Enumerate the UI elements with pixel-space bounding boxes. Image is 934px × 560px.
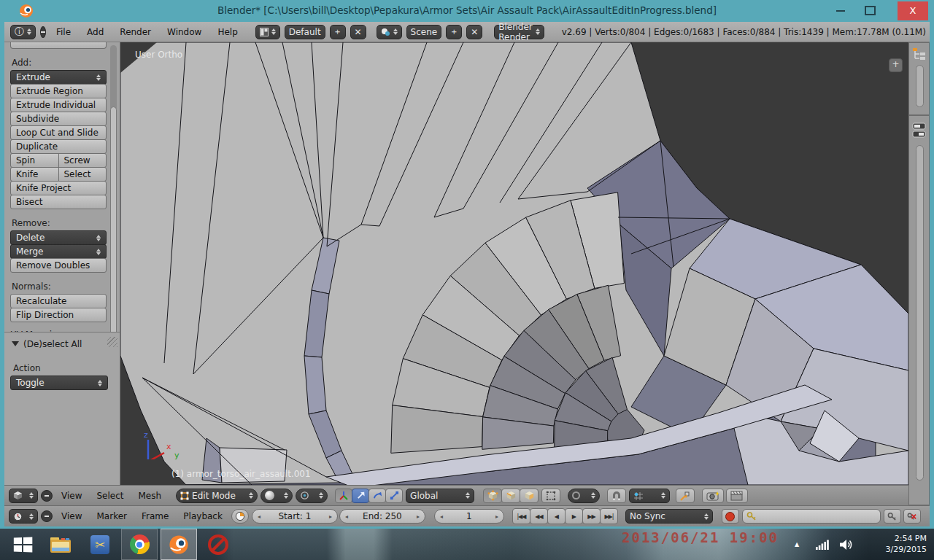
delete-keyframe-button[interactable] — [903, 509, 921, 524]
menu-add[interactable]: Add — [81, 27, 109, 37]
menu-view[interactable]: View — [55, 491, 88, 501]
auto-keyframe-record-button[interactable] — [722, 509, 739, 524]
tray-show-hidden-icons[interactable]: ▲ — [790, 529, 804, 560]
maximize-button[interactable] — [865, 6, 876, 15]
clipped-button[interactable] — [10, 42, 107, 49]
render-engine-dropdown[interactable]: Blender Render — [494, 25, 544, 39]
tool-flip-direction[interactable]: Flip Direction — [10, 308, 107, 322]
taskbar-pepakura[interactable]: ✂ — [82, 529, 118, 560]
close-button[interactable]: X — [898, 1, 928, 20]
tool-select[interactable]: Select — [58, 168, 107, 181]
tool-recalculate[interactable]: Recalculate — [10, 294, 107, 308]
tray-clock[interactable]: 2:54 PM 3/29/2015 — [886, 533, 927, 555]
tool-duplicate[interactable]: Duplicate — [10, 139, 107, 154]
tool-extrude-region[interactable]: Extrude Region — [10, 84, 107, 98]
panel-grip-icon[interactable] — [107, 337, 117, 347]
render-opengl-animation-button[interactable] — [726, 489, 748, 503]
outliner-collapsed-panel[interactable] — [908, 42, 930, 115]
action-dropdown[interactable]: Toggle — [10, 376, 108, 390]
delete-scene-button[interactable]: ✕ — [466, 25, 482, 39]
properties-region-expand-button[interactable]: + — [889, 58, 903, 72]
menu-render[interactable]: Render — [114, 27, 157, 37]
tool-knife[interactable]: KnifeSelect — [10, 167, 107, 182]
menu-marker[interactable]: Marker — [90, 511, 132, 521]
previous-keyframe-button[interactable]: ◀◀ — [530, 508, 548, 524]
manipulator-toggle[interactable] — [335, 489, 352, 503]
tool-spin[interactable]: SpinScrew — [10, 153, 107, 168]
tool-extrude[interactable]: Extrude — [10, 70, 107, 85]
taskbar-file-explorer[interactable] — [42, 529, 79, 560]
viewport-3d[interactable]: User Ortho (1) armor_torso_air_assault.0… — [120, 42, 908, 485]
tool-knife-project[interactable]: Knife Project — [10, 181, 107, 195]
screen-layout-icon-button[interactable] — [255, 25, 280, 39]
menu-mesh[interactable]: Mesh — [133, 491, 168, 501]
tool-screw[interactable]: Screw — [58, 154, 107, 167]
tool-spin[interactable]: Spin — [11, 154, 58, 167]
insert-keyframe-button[interactable] — [884, 509, 901, 524]
scene-field[interactable]: Scene — [406, 25, 442, 39]
current-frame-field[interactable]: ◂ 1 ▸ — [434, 509, 504, 524]
scene-icon-button[interactable] — [377, 25, 402, 39]
tool-loop-cut-and-slide[interactable]: Loop Cut and Slide — [10, 125, 107, 140]
viewport-shading-dropdown[interactable] — [260, 489, 293, 503]
menu-file[interactable]: File — [50, 27, 77, 37]
menu-window[interactable]: Window — [161, 27, 207, 37]
play-reverse-button[interactable]: ◀ — [547, 508, 566, 524]
tool-delete[interactable]: Delete — [10, 230, 107, 245]
rotate-manipulator-button[interactable] — [368, 489, 386, 503]
collapse-menus-toggle[interactable] — [40, 26, 46, 38]
editor-type-selector[interactable] — [9, 509, 38, 524]
pivot-point-dropdown[interactable] — [296, 489, 328, 503]
properties-collapsed-panel[interactable] — [908, 115, 930, 505]
use-preview-range-toggle[interactable] — [231, 509, 249, 524]
redo-panel-header[interactable]: (De)select All — [12, 338, 120, 350]
frame-start-field[interactable]: ◂ Start: 1 ▸ — [252, 509, 338, 524]
face-select-mode-button[interactable] — [520, 489, 539, 503]
add-scene-button[interactable]: ＋ — [446, 25, 462, 39]
taskbar-chrome[interactable] — [121, 529, 158, 560]
sync-mode-dropdown[interactable]: No Sync — [625, 509, 713, 524]
menu-frame[interactable]: Frame — [136, 511, 174, 521]
frame-end-field[interactable]: ◂ End: 250 ▸ — [339, 509, 425, 524]
collapse-menus-toggle[interactable] — [41, 510, 53, 522]
render-opengl-image-button[interactable] — [702, 489, 724, 503]
next-keyframe-button[interactable]: ▶▶ — [582, 508, 601, 524]
taskbar-blender-active[interactable] — [161, 529, 197, 560]
viewport-canvas[interactable] — [120, 42, 908, 485]
keying-set-field[interactable] — [742, 509, 881, 524]
start-button[interactable] — [6, 529, 39, 560]
delete-layout-button[interactable]: ✕ — [350, 25, 366, 39]
screen-layout-field[interactable]: Default — [285, 25, 325, 39]
snap-target-button[interactable] — [676, 489, 695, 503]
menu-playback[interactable]: Playback — [177, 511, 228, 521]
play-button[interactable]: ▶ — [565, 508, 583, 524]
minimize-button[interactable] — [836, 10, 845, 12]
taskbar-blocked-app[interactable] — [200, 529, 236, 560]
add-layout-button[interactable]: ＋ — [330, 25, 346, 39]
snap-element-dropdown[interactable] — [629, 489, 670, 503]
menu-select[interactable]: Select — [90, 491, 129, 501]
snap-toggle-button[interactable] — [607, 489, 626, 503]
tool-remove-doubles[interactable]: Remove Doubles — [10, 258, 107, 273]
mode-dropdown[interactable]: Edit Mode — [176, 489, 258, 503]
tool-extrude-individual[interactable]: Extrude Individual — [10, 98, 107, 112]
jump-to-end-button[interactable]: ▶▶| — [600, 508, 618, 524]
editor-type-selector[interactable]: ⓘ — [10, 25, 36, 39]
limit-selection-visible-button[interactable] — [541, 489, 560, 503]
tool-bisect[interactable]: Bisect — [10, 195, 107, 209]
tool-knife[interactable]: Knife — [11, 168, 58, 181]
menu-view[interactable]: View — [55, 511, 88, 521]
scrollbar-thumb[interactable] — [110, 106, 117, 347]
tool-subdivide[interactable]: Subdivide — [10, 112, 107, 126]
editor-type-selector[interactable] — [9, 489, 38, 503]
tray-network[interactable] — [813, 529, 832, 560]
outliner-scrollbar[interactable] — [916, 65, 924, 107]
tray-volume[interactable] — [836, 529, 857, 560]
properties-scrollbar[interactable] — [916, 145, 924, 481]
translate-manipulator-button[interactable] — [352, 489, 369, 503]
edge-select-mode-button[interactable] — [501, 489, 520, 503]
collapse-menus-toggle[interactable] — [41, 490, 53, 502]
transform-orientation-dropdown[interactable]: Global — [406, 489, 474, 503]
tool-merge[interactable]: Merge — [10, 244, 107, 259]
vertex-select-mode-button[interactable] — [483, 489, 502, 503]
